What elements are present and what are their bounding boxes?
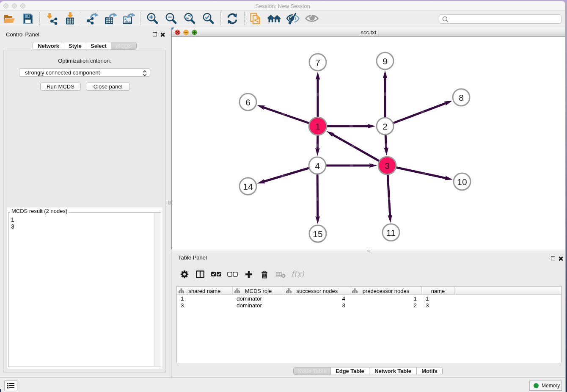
- add-column-icon[interactable]: [245, 270, 253, 280]
- float-table-panel-icon[interactable]: [551, 256, 555, 260]
- close-table-panel-icon[interactable]: [559, 256, 563, 261]
- export-image-icon[interactable]: [122, 12, 136, 27]
- graph-edge[interactable]: [332, 134, 387, 166]
- table-cell[interactable]: 1: [350, 295, 417, 302]
- delete-table-icon[interactable]: [275, 271, 286, 280]
- tab-network[interactable]: Network: [33, 42, 64, 50]
- list-icon: [7, 383, 14, 389]
- zoom-out-icon[interactable]: [165, 12, 178, 27]
- hide-selected-icon[interactable]: [286, 12, 300, 27]
- column-label: shared name: [177, 288, 232, 294]
- graph-node-label: 8: [459, 93, 464, 102]
- zoom-in-icon[interactable]: [146, 12, 159, 27]
- mcds-panel: Optimization criterion: strongly connect…: [3, 50, 166, 373]
- table-panel-title: Table Panel: [178, 254, 207, 261]
- main-toolbar: [0, 10, 565, 27]
- criterion-dropdown[interactable]: strongly connected component: [19, 68, 150, 77]
- split-view-icon[interactable]: [196, 271, 204, 280]
- table-tab-motifs[interactable]: Motifs: [417, 367, 442, 375]
- mcds-result-title: MCDS result (2 nodes): [10, 208, 69, 214]
- zoom-selected-icon[interactable]: [202, 12, 215, 27]
- gear-icon[interactable]: [180, 270, 189, 280]
- table-cell[interactable]: 4: [284, 295, 345, 302]
- deselect-all-icon[interactable]: [227, 271, 238, 280]
- mcds-result-item: 3: [9, 224, 160, 230]
- zoom-fit-icon[interactable]: [184, 12, 196, 27]
- memory-status-icon: [534, 383, 539, 388]
- graph-node-label: 4: [315, 161, 320, 171]
- table-cell[interactable]: dominator: [237, 302, 283, 309]
- home-icon[interactable]: [267, 12, 281, 27]
- memory-button[interactable]: Memory: [529, 381, 562, 391]
- edge-handle: [281, 113, 285, 115]
- table-panel: Table Panel f(x) shared name MCDS role s…: [171, 251, 565, 377]
- function-icon[interactable]: f(x): [291, 269, 304, 278]
- network-canvas[interactable]: 7968124314101511: [172, 37, 565, 250]
- criterion-value: strongly connected component: [25, 69, 100, 76]
- mcds-result-box: 13 MCDS result (2 nodes): [8, 212, 161, 367]
- optimization-criterion-label: Optimization criterion:: [4, 58, 165, 64]
- tab-style[interactable]: Style: [64, 42, 86, 50]
- first-neighbors-icon[interactable]: [226, 12, 239, 27]
- toolbar-separator: [39, 12, 40, 25]
- result-scrollbar[interactable]: [154, 213, 160, 366]
- task-history-button[interactable]: [4, 380, 17, 391]
- control-panel-tabs: NetworkStyleSelectMCDS: [33, 42, 137, 50]
- search-input[interactable]: [439, 14, 561, 24]
- column-header-MCDS-role[interactable]: MCDS role: [233, 287, 284, 295]
- tab-mcds[interactable]: MCDS: [111, 42, 136, 50]
- column-label: successor nodes: [284, 288, 350, 294]
- graph-edge[interactable]: [385, 103, 446, 126]
- control-panel: Control Panel NetworkStyleSelectMCDS Opt…: [0, 28, 168, 377]
- table-cell[interactable]: dominator: [237, 295, 283, 302]
- import-network-icon[interactable]: [45, 12, 58, 27]
- select-all-icon[interactable]: [211, 271, 222, 280]
- table-cell[interactable]: 2: [350, 302, 417, 309]
- node-table: shared name MCDS role successor nodes pr…: [176, 286, 561, 363]
- table-tabs: Node TableEdge TableNetwork TableMotifs: [293, 367, 443, 375]
- graph-node-label: 3: [385, 161, 390, 171]
- mcds-result-list[interactable]: 13: [9, 213, 160, 366]
- app-window: Session: New Session: [0, 1, 566, 392]
- table-cell[interactable]: 1: [181, 295, 231, 302]
- column-header-shared-name[interactable]: shared name: [177, 287, 233, 295]
- table-tab-node-table[interactable]: Node Table: [294, 367, 331, 375]
- toolbar-separator: [81, 12, 81, 25]
- run-mcds-button[interactable]: Run MCDS: [40, 83, 81, 91]
- mcds-result-panel: 13 MCDS result (2 nodes): [7, 207, 162, 369]
- export-network-icon[interactable]: [86, 12, 100, 27]
- graph-node-label: 14: [243, 182, 253, 191]
- column-header-successor-nodes[interactable]: successor nodes: [284, 287, 350, 295]
- table-cell[interactable]: 1: [426, 295, 453, 302]
- window-titlebar: Session: New Session: [0, 1, 565, 10]
- table-cell[interactable]: 3: [181, 302, 231, 309]
- copy-network-icon[interactable]: [249, 12, 262, 27]
- export-table-icon[interactable]: [104, 12, 118, 27]
- graph-node-label: 15: [313, 229, 322, 239]
- show-all-icon[interactable]: [305, 12, 319, 27]
- splitter-grip[interactable]: [168, 201, 171, 204]
- graph-node-label: 10: [457, 177, 467, 187]
- open-file-icon[interactable]: [3, 12, 16, 27]
- table-cell[interactable]: 3: [284, 302, 345, 309]
- network-frame-titlebar[interactable]: scc.txt: [172, 28, 565, 37]
- tab-select[interactable]: Select: [86, 42, 111, 50]
- delete-icon[interactable]: [260, 270, 269, 280]
- column-label: predecessor nodes: [350, 288, 421, 294]
- column-header-name[interactable]: name: [422, 287, 454, 295]
- network-frame: scc.txt 7968124314101511: [171, 28, 565, 250]
- dropdown-arrows-icon: [143, 70, 147, 77]
- import-table-icon[interactable]: [64, 12, 77, 27]
- column-header-predecessor-nodes[interactable]: predecessor nodes: [350, 287, 422, 295]
- toolbar-separator: [140, 12, 140, 25]
- table-tab-edge-table[interactable]: Edge Table: [331, 367, 369, 375]
- close-panel-button[interactable]: Close panel: [86, 83, 130, 91]
- close-panel-icon[interactable]: [160, 32, 165, 37]
- vertical-splitter[interactable]: [168, 28, 171, 377]
- save-session-icon[interactable]: [22, 12, 34, 27]
- toolbar-separator: [244, 12, 245, 25]
- table-tab-network-table[interactable]: Network Table: [369, 367, 417, 375]
- column-label: name: [422, 288, 454, 294]
- table-cell[interactable]: 3: [426, 302, 453, 309]
- float-panel-icon[interactable]: [153, 32, 157, 36]
